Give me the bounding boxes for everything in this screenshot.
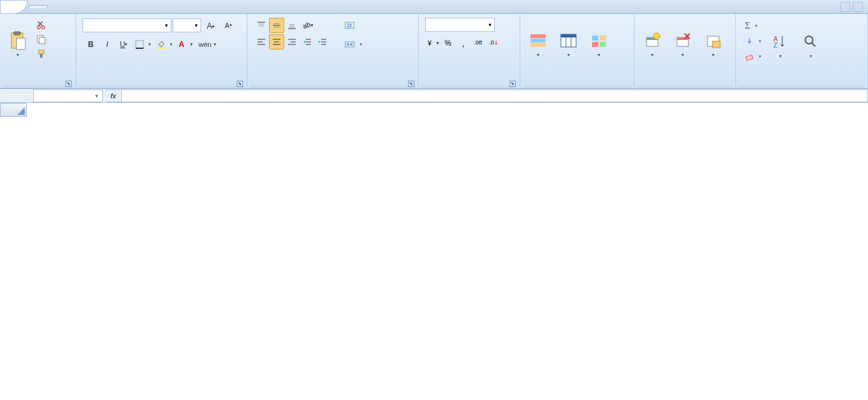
svg-rect-51 [592,42,598,47]
align-right-button[interactable] [284,34,299,50]
svg-rect-8 [40,54,43,58]
merge-center-button[interactable]: ▾ [341,37,366,52]
bucket-icon [157,40,166,49]
wrap-icon [345,20,355,30]
decrease-font-button[interactable]: A▾ [220,18,237,33]
menu-tabs [0,0,868,14]
format-cells-button[interactable]: ▾ [699,17,727,71]
svg-text:¥: ¥ [427,39,432,47]
svg-rect-59 [713,41,720,48]
number-dialog-launcher[interactable]: ⬊ [510,81,516,87]
delete-cells-button[interactable]: ▾ [669,17,697,71]
svg-rect-46 [561,34,576,37]
format-painter-button[interactable] [34,47,48,61]
underline-button[interactable]: U▾ [115,37,132,52]
svg-rect-43 [530,39,546,43]
decrease-decimal-button[interactable]: .0 [486,36,501,51]
dropdown-arrow-icon: ▾ [16,52,19,58]
sort-icon: AZ [770,32,791,52]
cell-style-icon [589,30,609,51]
decrease-indent-button[interactable] [299,34,315,50]
find-select-button[interactable]: ▾ [797,18,825,72]
svg-rect-42 [530,34,546,38]
tab-insert[interactable] [48,6,65,8]
svg-rect-9 [136,41,143,48]
formula-bar: ▾ fx [0,89,868,103]
sort-filter-button[interactable]: AZ ▾ [766,18,794,72]
cell-styles-button[interactable]: ▾ [585,17,613,71]
autosum-button[interactable]: Σ▾ [742,19,764,33]
align-left-button[interactable] [254,34,269,50]
tab-layout[interactable] [65,6,83,8]
svg-rect-7 [39,50,44,54]
svg-point-4 [42,26,45,29]
paste-button[interactable]: ▾ [4,17,32,71]
tab-data[interactable] [101,6,119,8]
alignment-dialog-launcher[interactable]: ⬊ [408,81,414,87]
tab-home[interactable] [29,5,48,8]
svg-text:.0: .0 [489,39,494,46]
italic-button[interactable]: I [99,37,115,52]
find-icon [801,32,821,52]
svg-rect-50 [600,36,606,41]
svg-rect-49 [592,36,598,41]
name-box[interactable]: ▾ [33,90,103,102]
copy-button[interactable] [34,32,48,46]
cut-button[interactable] [34,18,48,32]
orientation-button[interactable]: ab▾ [299,18,315,33]
border-button[interactable]: ▾ [132,37,154,52]
tab-formulas[interactable] [83,6,101,8]
increase-font-button[interactable]: A▴ [202,18,219,33]
minimize-ribbon-icon[interactable] [853,2,863,12]
conditional-format-button[interactable]: ▾ [524,17,552,71]
tab-addins[interactable] [172,6,190,8]
font-size-combo[interactable]: ▾ [173,18,201,32]
font-color-button[interactable]: A▾ [175,37,197,52]
tab-review[interactable] [119,6,136,8]
svg-rect-2 [16,38,25,50]
wrap-text-button[interactable] [341,18,366,33]
svg-point-3 [37,26,41,29]
increase-decimal-button[interactable]: .00 [471,36,486,51]
fx-button[interactable]: fx [105,90,122,102]
formula-input[interactable] [122,90,868,102]
format-icon [703,30,723,51]
percent-button[interactable]: % [440,36,456,51]
comma-button[interactable]: , [456,36,471,51]
format-table-button[interactable]: ▾ [555,17,582,71]
insert-cells-button[interactable]: ▾ [638,17,666,71]
select-all-button[interactable] [0,103,27,117]
svg-rect-60 [746,55,753,60]
spreadsheet-grid [0,103,868,117]
fill-button[interactable]: ▾ [742,34,764,48]
currency-button[interactable]: ¥▾ [425,36,440,51]
svg-rect-37 [345,22,354,29]
tab-dev[interactable] [154,6,172,8]
tab-pdf[interactable] [190,6,207,8]
help-icon[interactable] [840,2,850,12]
svg-rect-52 [600,42,606,47]
align-center-button[interactable] [269,34,284,50]
align-top-button[interactable] [254,18,269,33]
phonetic-button[interactable]: wén▾ [197,37,218,52]
border-icon [135,40,144,49]
bold-button[interactable]: B [82,37,99,52]
svg-rect-1 [14,32,20,35]
svg-rect-11 [158,48,166,49]
cond-format-icon [528,30,548,51]
brush-icon [36,49,46,59]
svg-line-64 [812,43,815,46]
align-middle-button[interactable] [269,18,284,33]
clear-button[interactable]: ▾ [742,50,764,63]
svg-text:ab: ab [301,20,311,30]
increase-indent-button[interactable] [315,34,330,50]
font-name-combo[interactable]: ▾ [82,18,171,32]
font-dialog-launcher[interactable]: ⬊ [237,81,243,87]
merge-icon [345,39,355,50]
number-format-combo[interactable]: ▾ [425,18,495,32]
tab-view[interactable] [136,6,154,8]
align-bottom-button[interactable] [284,18,299,33]
clipboard-dialog-launcher[interactable]: ⬊ [65,81,72,87]
ribbon: ▾ ⬊ ▾ ▾ A▴ A▾ B I U▾ ▾ ▾ A▾ [0,14,868,89]
fill-color-button[interactable]: ▾ [154,37,175,52]
